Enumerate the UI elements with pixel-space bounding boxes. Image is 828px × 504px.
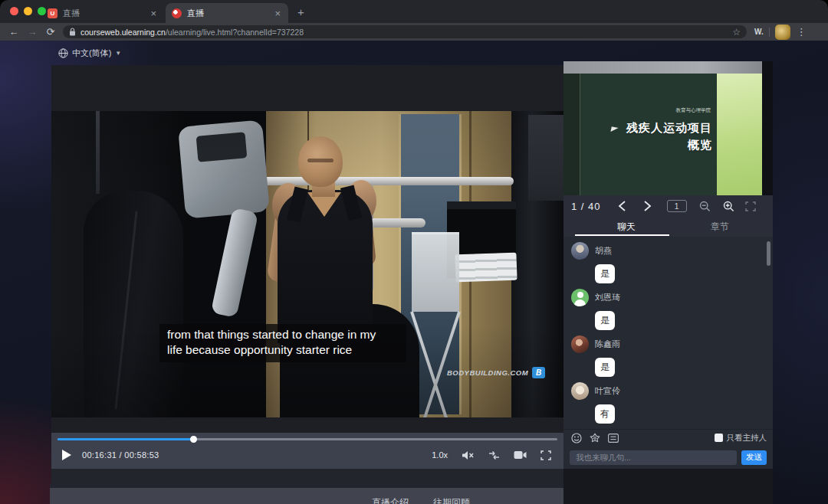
answer-card-icon[interactable] <box>608 434 619 443</box>
tab-close-icon[interactable]: × <box>149 8 158 19</box>
next-slide-button[interactable] <box>643 201 652 211</box>
tab-chat[interactable]: 聊天 <box>617 221 636 234</box>
chat-bubble: 是 <box>595 311 615 330</box>
play-button[interactable] <box>62 450 71 460</box>
chat-input-row: 发送 <box>564 446 773 469</box>
slide-title: 残疾人运动项目 概览 <box>564 119 717 153</box>
language-label: 中文(简体) <box>72 47 111 59</box>
tab-past-episodes[interactable]: 往期回顾 <box>433 496 470 504</box>
browser-tab-live-2[interactable]: 直播 × <box>166 3 288 23</box>
avatar <box>571 335 589 353</box>
slide-title-line-2: 概览 <box>564 136 712 153</box>
browser-tab-live-1[interactable]: U 直播 × <box>41 3 164 23</box>
fullscreen-icon[interactable] <box>540 450 551 460</box>
tab-close-icon[interactable]: × <box>273 8 282 19</box>
chat-message: 叶宣伶 有 <box>571 382 765 424</box>
chat-username: 刘恩琦 <box>595 292 620 303</box>
url-domain: courseweb.ulearning.cn <box>80 28 166 37</box>
page-number-input[interactable] <box>667 200 687 212</box>
avatar <box>571 382 589 400</box>
only-host-label: 只看主持人 <box>727 433 767 443</box>
globe-icon <box>58 48 68 58</box>
extension-badge[interactable]: W. <box>754 28 764 36</box>
browser-menu-icon[interactable]: ⋮ <box>797 26 807 38</box>
avatar <box>571 242 589 260</box>
slide-preview[interactable]: 教育与心理学院 残疾人运动项目 概览 <box>564 61 773 195</box>
page-indicator: 1 / 40 <box>571 201 601 212</box>
subtitle-line-1: from that things started to change in my <box>167 327 399 342</box>
emoji-icon[interactable] <box>571 433 582 443</box>
forward-icon[interactable]: → <box>23 26 41 38</box>
tab-title: 直播 <box>63 8 149 19</box>
line-switch-icon[interactable] <box>488 450 500 460</box>
live-favicon-icon <box>172 8 182 18</box>
chat-scrollbar[interactable] <box>767 241 770 266</box>
browser-window: U 直播 × 直播 × + ← → ⟳ courseweb.ulearning.… <box>0 0 828 504</box>
playback-speed-button[interactable]: 1.0x <box>432 450 448 460</box>
url-path: /ulearning/live.html?channelId=737228 <box>166 28 304 37</box>
chat-message: 陈鑫雨 是 <box>571 335 765 377</box>
progress-bar[interactable] <box>58 438 557 440</box>
time-display: 00:16:31 / 00:58:53 <box>82 450 159 460</box>
video-surface[interactable]: from that things started to change in my… <box>51 111 564 417</box>
chat-username: 叶宣伶 <box>595 385 620 397</box>
back-icon[interactable]: ← <box>5 26 23 38</box>
prev-slide-button[interactable] <box>618 201 626 211</box>
progress-fill <box>58 438 194 440</box>
watermark: Bodybuilding.com B <box>447 367 545 378</box>
lock-icon <box>69 28 76 36</box>
chat-bubble: 是 <box>595 358 615 377</box>
only-host-filter[interactable]: 只看主持人 <box>715 433 767 443</box>
address-bar[interactable]: courseweb.ulearning.cn/ulearning/live.ht… <box>63 25 747 38</box>
video-subtitle: from that things started to change in my… <box>159 324 406 362</box>
window-minimize-button[interactable] <box>24 7 32 15</box>
browser-toolbar: ← → ⟳ courseweb.ulearning.cn/ulearning/l… <box>0 23 828 41</box>
player-footer <box>51 469 564 484</box>
browser-tabstrip: U 直播 × 直播 × + <box>0 0 828 23</box>
chat-bubble: 有 <box>595 404 615 424</box>
zoom-in-icon[interactable] <box>723 201 734 212</box>
camera-icon[interactable] <box>514 450 527 460</box>
tab-chapters[interactable]: 章节 <box>711 221 729 234</box>
slide-title-line-1: 残疾人运动项目 <box>564 119 712 136</box>
panel-tabbar: 聊天 章节 <box>564 217 773 237</box>
send-button[interactable]: 发送 <box>741 450 767 465</box>
chat-bubble: 是 <box>595 264 615 283</box>
window-close-button[interactable] <box>10 7 18 15</box>
chat-input[interactable] <box>570 450 737 465</box>
controls-row: 00:16:31 / 00:58:53 1.0x <box>51 443 564 466</box>
chat-username: 胡燕 <box>595 245 612 257</box>
caret-down-icon: ▼ <box>115 50 121 57</box>
new-tab-button[interactable]: + <box>297 5 304 18</box>
tab-title: 直播 <box>187 8 273 19</box>
profile-avatar[interactable] <box>775 25 790 40</box>
slide-top-strip <box>564 61 762 74</box>
chat-message: 胡燕 是 <box>571 242 765 283</box>
video-player: from that things started to change in my… <box>51 65 564 484</box>
slide-image: 教育与心理学院 残疾人运动项目 概览 <box>564 61 762 195</box>
toolbar-divider <box>769 28 770 37</box>
chat-message: 刘恩琦 是 <box>571 289 765 330</box>
mute-icon[interactable] <box>462 450 475 460</box>
slide-org-text: 教育与心理学院 <box>564 107 717 114</box>
ulearning-favicon-icon: U <box>48 8 58 18</box>
watermark-text: Bodybuilding.com <box>447 368 528 377</box>
slide-fullscreen-icon[interactable] <box>745 201 756 211</box>
slide-light-band <box>717 74 762 195</box>
tab-live-intro[interactable]: 直播介绍 <box>372 496 409 504</box>
avatar <box>571 289 589 306</box>
zoom-out-icon[interactable] <box>699 201 711 212</box>
slide-nav-bar: 1 / 40 <box>564 195 773 217</box>
chat-toolbar: 只看主持人 <box>564 429 773 446</box>
chat-message-list[interactable]: 胡燕 是 刘恩琦 是 陈鑫雨 是 <box>564 237 773 429</box>
progress-handle[interactable] <box>190 436 197 443</box>
flower-icon[interactable] <box>590 433 600 443</box>
bookmark-star-icon[interactable]: ☆ <box>732 27 741 38</box>
bodybuilding-logo-icon: B <box>532 367 545 378</box>
live-page: 中文(简体) ▼ <box>0 41 828 504</box>
active-tab-underline <box>575 234 669 236</box>
only-host-checkbox[interactable] <box>715 434 723 442</box>
right-panel: 教育与心理学院 残疾人运动项目 概览 1 / 40 <box>564 61 773 504</box>
reload-icon[interactable]: ⟳ <box>41 26 60 38</box>
language-selector[interactable]: 中文(简体) ▼ <box>58 47 121 59</box>
